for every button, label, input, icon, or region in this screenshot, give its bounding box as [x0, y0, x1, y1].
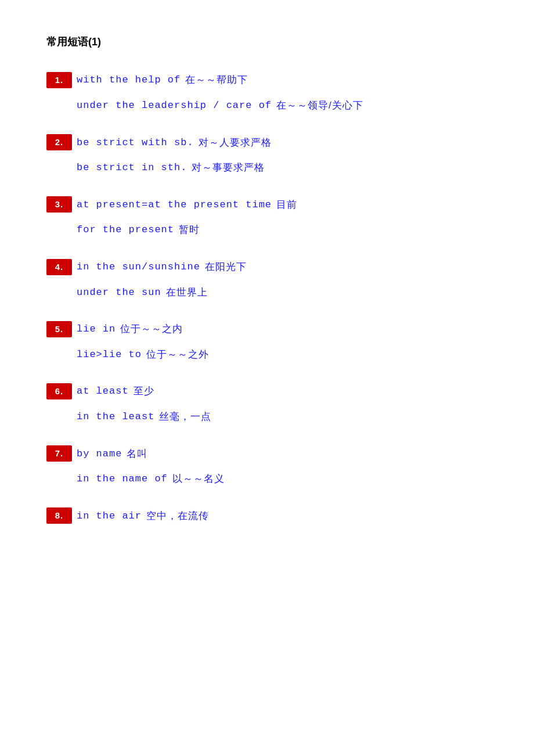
phrase-block-8: 8.in the air 空中，在流传 [46, 507, 488, 524]
number-badge-6: 6. [46, 383, 72, 399]
english-text-1-0: with the help of [77, 72, 181, 88]
chinese-text-1-0: 在～～帮助下 [185, 72, 248, 88]
phrase-line-5-0: 5.lie in 位于～～之内 [46, 321, 488, 337]
chinese-text-4-1: 在世界上 [166, 285, 208, 300]
chinese-text-5-0: 位于～～之内 [120, 321, 183, 337]
english-text-5-0: lie in [77, 321, 116, 337]
phrases-container: 1.with the help of 在～～帮助下under the leade… [46, 72, 488, 524]
phrase-line-1-0: 1.with the help of 在～～帮助下 [46, 72, 488, 88]
phrase-block-7: 7.by name 名叫in the name of 以～～名义 [46, 445, 488, 487]
chinese-text-6-1: 丝毫，一点 [159, 409, 211, 424]
english-text-4-0: in the sun/sunshine [77, 259, 200, 275]
chinese-text-2-0: 对～人要求严格 [199, 135, 272, 150]
number-badge-4: 4. [46, 259, 72, 275]
english-text-3-0: at present=at the present time [77, 197, 272, 213]
chinese-text-8-0: 空中，在流传 [146, 508, 209, 524]
english-text-7-0: by name [77, 446, 122, 462]
phrase-line-5-1: lie>lie to 位于～～之外 [46, 347, 488, 362]
english-text-7-1: in the name of [77, 471, 168, 487]
english-text-6-1: in the least [77, 409, 154, 424]
phrase-block-6: 6.at least 至少in the least 丝毫，一点 [46, 383, 488, 424]
number-badge-5: 5. [46, 321, 72, 337]
phrase-block-4: 4.in the sun/sunshine 在阳光下under the sun … [46, 259, 488, 300]
phrase-line-2-0: 2.be strict with sb. 对～人要求严格 [46, 134, 488, 150]
english-text-6-0: at least [77, 383, 129, 399]
chinese-text-2-1: 对～事要求严格 [192, 160, 265, 175]
number-badge-1: 1. [46, 72, 72, 88]
english-text-3-1: for the present [77, 222, 174, 237]
phrase-line-3-0: 3.at present=at the present time 目前 [46, 196, 488, 213]
english-text-1-1: under the leadership / care of [77, 98, 272, 113]
phrase-line-3-1: for the present 暂时 [46, 222, 488, 237]
phrase-block-1: 1.with the help of 在～～帮助下under the leade… [46, 72, 488, 113]
phrase-line-8-0: 8.in the air 空中，在流传 [46, 507, 488, 524]
number-badge-2: 2. [46, 134, 72, 150]
number-badge-8: 8. [46, 507, 72, 524]
english-text-5-1: lie>lie to [77, 347, 142, 362]
phrase-line-4-0: 4.in the sun/sunshine 在阳光下 [46, 259, 488, 275]
chinese-text-7-0: 名叫 [127, 446, 147, 462]
chinese-text-7-1: 以～～名义 [172, 471, 225, 487]
number-badge-7: 7. [46, 445, 72, 462]
english-text-8-0: in the air [77, 508, 142, 524]
phrase-block-5: 5.lie in 位于～～之内lie>lie to 位于～～之外 [46, 321, 488, 362]
chinese-text-4-0: 在阳光下 [205, 259, 247, 275]
page-title: 常用短语(1) [46, 35, 488, 49]
number-badge-3: 3. [46, 196, 72, 213]
chinese-text-6-0: 至少 [134, 383, 154, 399]
english-text-2-0: be strict with sb. [77, 135, 194, 150]
phrase-line-6-1: in the least 丝毫，一点 [46, 409, 488, 424]
phrase-line-4-1: under the sun 在世界上 [46, 285, 488, 300]
phrase-block-3: 3.at present=at the present time 目前for t… [46, 196, 488, 237]
phrase-line-7-1: in the name of 以～～名义 [46, 471, 488, 487]
phrase-line-2-1: be strict in sth. 对～事要求严格 [46, 160, 488, 175]
phrase-block-2: 2.be strict with sb. 对～人要求严格be strict in… [46, 134, 488, 175]
chinese-text-5-1: 位于～～之外 [146, 347, 209, 362]
phrase-line-7-0: 7.by name 名叫 [46, 445, 488, 462]
phrase-line-6-0: 6.at least 至少 [46, 383, 488, 399]
chinese-text-3-1: 暂时 [179, 222, 200, 237]
english-text-2-1: be strict in sth. [77, 160, 187, 175]
chinese-text-3-0: 目前 [276, 197, 297, 213]
english-text-4-1: under the sun [77, 285, 161, 300]
chinese-text-1-1: 在～～领导/关心下 [276, 98, 363, 113]
phrase-line-1-1: under the leadership / care of 在～～领导/关心下 [46, 98, 488, 113]
